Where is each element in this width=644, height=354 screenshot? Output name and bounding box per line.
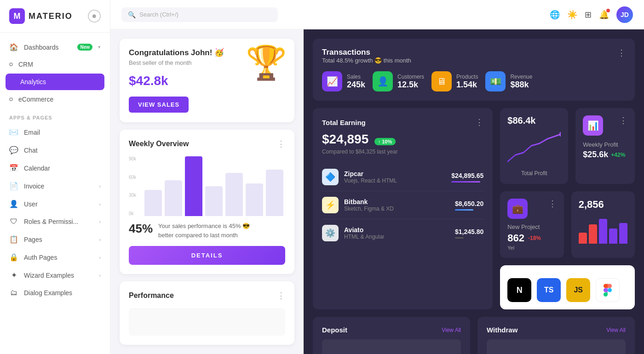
user-label: User [24, 200, 93, 208]
content: Congratulations John! 🥳 Best seller of t… [110, 29, 644, 354]
weekly-percent: 45% [129, 222, 153, 236]
chat-label: Chat [24, 147, 101, 154]
section-apps-label: APPS & PAGES [0, 108, 110, 123]
project-badge: -18% [528, 235, 541, 241]
number-value: 2,856 [579, 199, 627, 211]
sidebar-item-user[interactable]: 👤 User › [0, 195, 110, 213]
search-icon: 🔍 [128, 11, 136, 18]
revenue-info: Revenue $88k [510, 74, 532, 90]
nav-dot-analytics [11, 80, 15, 84]
trophy-icon: 🏆 [246, 43, 287, 82]
zipcar-name: Zipcar [344, 170, 397, 177]
sidebar-item-invoice[interactable]: 📄 Invoice › [0, 177, 110, 195]
bitbank-progress [455, 209, 473, 211]
record-icon[interactable]: ⏺ [88, 10, 101, 23]
nav-dot-crm [9, 63, 13, 66]
deposit-view-all[interactable]: View All [442, 327, 461, 333]
sidebar-item-analytics[interactable]: Analytics [6, 74, 104, 90]
transactions-header: Transactions Total 48.5% growth 😎 this m… [322, 48, 411, 71]
sidebar-item-roles[interactable]: 🛡 Roles & Permissi... › [0, 213, 110, 230]
weekly-profit-more[interactable]: ⋮ [619, 115, 627, 136]
sidebar-item-wizard[interactable]: ✦ Wizard Examples › [0, 266, 110, 284]
sales-info: Sales 245k [347, 74, 365, 90]
stat-sales: 📈 Sales 245k [322, 71, 365, 91]
performance-more-button[interactable]: ⋮ [277, 291, 285, 301]
weekly-overview-card: Weekly Overview ⋮ 90k 60k 30k 0k [120, 130, 294, 274]
project-more-button[interactable]: ⋮ [548, 199, 557, 219]
mini-bar-1 [579, 233, 587, 244]
sidebar-item-crm[interactable]: CRM [0, 56, 110, 73]
earning-amount: $24,895 [322, 132, 368, 146]
performance-title: Performance [129, 291, 174, 300]
theme-icon[interactable]: ☀️ [567, 10, 577, 20]
deposit-withdraw-row: Deposit View All Withdraw View All [313, 317, 635, 354]
chevron-right-icon-wizard: › [99, 273, 101, 278]
profit-row: $86.4k T [500, 108, 635, 184]
earning-title: Total Earning [322, 119, 366, 126]
transactions-more-button[interactable]: ⋮ [617, 48, 626, 58]
wizard-icon: ✦ [9, 271, 18, 280]
y-label-60k: 60k [129, 175, 136, 180]
products-value: 1.54k [456, 80, 478, 90]
typescript-logo: TS [537, 278, 561, 302]
view-sales-button[interactable]: VIEW SALES [129, 97, 189, 113]
bar-4 [205, 186, 223, 216]
lock-icon: 🔒 [9, 253, 18, 262]
sidebar-logo: M MATERIO ⏺ [0, 0, 110, 33]
auth-label: Auth Pages [24, 254, 93, 261]
search-bar[interactable]: 🔍 Search (Ctrl+/) [121, 7, 278, 22]
bar-6 [246, 183, 263, 217]
chevron-right-icon-user: › [99, 201, 101, 207]
details-button[interactable]: DETAILS [129, 246, 285, 265]
translate-icon[interactable]: 🌐 [550, 10, 560, 20]
deposit-content-placeholder [322, 339, 461, 354]
sidebar-item-dialog[interactable]: 🗂 Dialog Examples [0, 284, 110, 302]
mini-bar-4 [609, 228, 617, 244]
sidebar-item-dashboards[interactable]: 🏠 Dashboards New ▾ [0, 38, 110, 56]
earning-badge: ↑ 10% [374, 138, 396, 145]
sidebar-item-ecommerce[interactable]: eCommerce [0, 91, 110, 108]
weekly-profit-amount: $25.6k [583, 150, 608, 160]
revenue-value: $88k [510, 80, 532, 90]
zipcar-tech: Vuejs, React & HTML [344, 177, 397, 184]
email-icon: ✉️ [9, 128, 18, 137]
sidebar-item-auth[interactable]: 🔒 Auth Pages › [0, 248, 110, 266]
avatar[interactable]: JD [616, 6, 633, 23]
chevron-down-icon: ▾ [98, 44, 101, 50]
bitbank-logo: ⚡ [322, 197, 339, 213]
email-label: Email [24, 129, 101, 136]
mini-bar-3 [599, 219, 607, 244]
zipcar-logo: 🔷 [322, 169, 339, 185]
profit-big-amount: $86.4k [507, 115, 561, 126]
bar-1 [144, 190, 162, 216]
weekly-more-button[interactable]: ⋮ [277, 139, 285, 149]
user-icon: 👤 [9, 200, 18, 208]
withdraw-header: Withdraw View All [487, 326, 626, 334]
withdraw-view-all[interactable]: View All [606, 327, 626, 333]
project-label: New Project [507, 223, 556, 230]
bar-3 [185, 156, 202, 216]
sidebar-item-email[interactable]: ✉️ Email [0, 123, 110, 141]
stat-customers: 👤 Customers 12.5k [373, 71, 424, 91]
grid-icon[interactable]: ⊞ [585, 10, 592, 20]
earning-more-button[interactable]: ⋮ [475, 117, 483, 127]
products-icon: 🖥 [431, 71, 452, 91]
chevron-right-icon-pages: › [99, 237, 101, 242]
profit-column: $86.4k T [500, 108, 635, 309]
sales-label: Sales [347, 74, 365, 80]
calendar-label: Calendar [24, 165, 101, 172]
sidebar-item-chat[interactable]: 💬 Chat [0, 141, 110, 159]
header: 🔍 Search (Ctrl+/) 🌐 ☀️ ⊞ 🔔 JD [110, 0, 644, 29]
sidebar-item-pages[interactable]: 📋 Pages › [0, 230, 110, 248]
weekly-profit-row: $25.6k +42% [583, 150, 627, 160]
home-icon: 🏠 [9, 43, 18, 51]
sidebar-item-calendar[interactable]: 📅 Calendar [0, 159, 110, 177]
weekly-profit-badge: +42% [611, 152, 625, 158]
total-profit-chart-card: $86.4k T [500, 108, 568, 184]
revenue-icon: 💵 [485, 71, 506, 91]
search-placeholder: Search (Ctrl+/) [139, 11, 178, 18]
notification-icon[interactable]: 🔔 [599, 10, 609, 20]
project-icon: 💼 [507, 199, 528, 219]
earning-item-aviato: ⚙️ Aviato HTML & Angular $1,245.80 [322, 219, 483, 247]
aviato-name: Aviato [344, 226, 385, 234]
